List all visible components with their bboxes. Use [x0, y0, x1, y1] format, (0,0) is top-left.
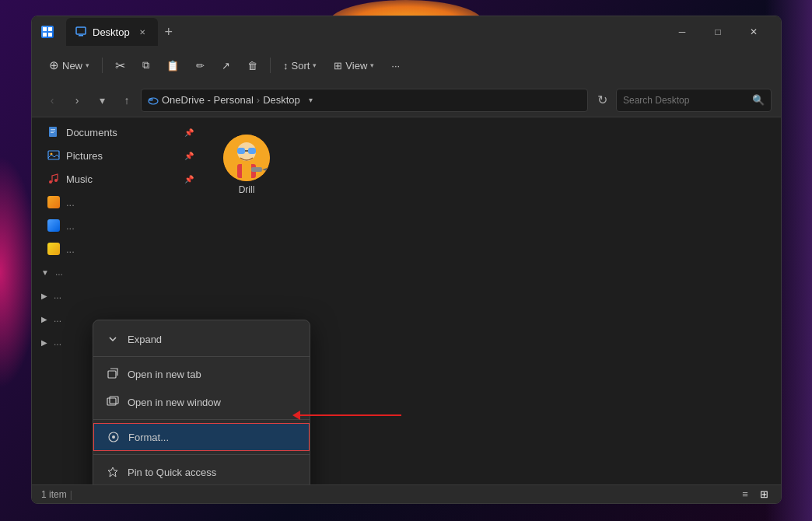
open-new-window-icon — [106, 395, 120, 409]
delete-icon: 🗑 — [247, 60, 257, 72]
sort-icon: ↕ — [283, 60, 289, 72]
new-tab-button[interactable]: + — [158, 21, 180, 43]
tab-desktop[interactable]: Desktop ✕ — [66, 18, 158, 46]
grid-view-button[interactable]: ⊞ — [756, 487, 772, 502]
music-label: Music — [66, 173, 93, 185]
menu-item-open-new-tab[interactable]: Open in new tab — [93, 360, 310, 388]
paste-icon: 📋 — [166, 60, 179, 72]
status-right: ≡ ⊞ — [737, 487, 772, 502]
arrow-line — [300, 414, 401, 416]
menu-item-expand[interactable]: Expand — [93, 325, 310, 353]
pin-icon-3: 📌 — [184, 175, 194, 184]
extra3-label: ... — [66, 243, 75, 255]
sidebar-collapse1[interactable]: ▼ ... — [32, 260, 203, 284]
sidebar-item-extra3[interactable]: ... — [32, 237, 203, 260]
list-view-button[interactable]: ≡ — [737, 487, 753, 502]
sidebar-collapse2[interactable]: ▶ ... — [32, 284, 203, 307]
menu-item-pin-quick[interactable]: Pin to Quick access — [93, 458, 310, 484]
view-label: View — [345, 60, 367, 72]
toolbar-sep2 — [270, 58, 271, 73]
svg-rect-8 — [49, 127, 57, 137]
maximize-button[interactable]: □ — [700, 19, 736, 44]
view-icon: ⊞ — [334, 60, 342, 72]
menu-label-open-new-tab: Open in new tab — [128, 369, 201, 380]
svg-rect-1 — [48, 27, 52, 31]
cut-icon: ✂ — [115, 58, 125, 73]
new-label: New — [62, 60, 82, 72]
sidebar-item-music[interactable]: Music 📌 — [32, 167, 203, 191]
up-button[interactable]: ↑ — [116, 89, 138, 111]
share-button[interactable]: ↗ — [214, 52, 238, 79]
documents-icon — [47, 126, 60, 138]
search-input[interactable] — [623, 95, 749, 106]
svg-rect-23 — [251, 167, 262, 172]
collapse-icon-3: ▶ — [41, 315, 47, 323]
new-icon: ⊕ — [49, 58, 59, 72]
item-count: 1 item — [41, 489, 67, 500]
tab-icon — [75, 26, 86, 37]
address-chevron-icon[interactable]: ▾ — [303, 93, 319, 108]
title-bar: Desktop ✕ + ─ □ ✕ — [32, 16, 781, 47]
rename-icon: ✏ — [196, 60, 205, 72]
extra1-label: ... — [66, 197, 75, 208]
svg-point-29 — [112, 435, 115, 439]
tab-area: Desktop ✕ + — [66, 18, 664, 46]
collapse-label-4: ... — [54, 337, 61, 348]
collapse-icon-2: ▶ — [41, 292, 47, 300]
breadcrumb-part1: OneDrive - Personal — [162, 94, 254, 106]
minimize-button[interactable]: ─ — [664, 19, 700, 44]
svg-rect-19 — [248, 148, 256, 154]
collapse-label-2: ... — [54, 290, 61, 301]
cut-button[interactable]: ✂ — [107, 52, 133, 79]
menu-item-open-new-window[interactable]: Open in new window — [93, 388, 310, 416]
sort-chevron-icon: ▾ — [313, 61, 317, 69]
search-box[interactable]: 🔍 — [616, 89, 772, 112]
format-icon — [107, 430, 121, 444]
svg-rect-4 — [76, 27, 86, 34]
copy-icon: ⧉ — [142, 59, 149, 72]
delete-button[interactable]: 🗑 — [240, 52, 265, 79]
pin-icon: 📌 — [184, 128, 194, 137]
menu-item-format[interactable]: Format... — [93, 423, 310, 451]
sort-button[interactable]: ↕ Sort ▾ — [275, 52, 324, 79]
sidebar-item-extra1[interactable]: ... — [32, 191, 203, 214]
new-chevron-icon: ▾ — [86, 61, 89, 69]
view-button[interactable]: ⊞ View ▾ — [326, 52, 382, 79]
collapse-label-3: ... — [54, 313, 61, 324]
close-button[interactable]: ✕ — [736, 19, 772, 44]
paste-button[interactable]: 📋 — [159, 52, 187, 79]
annotation-arrow — [300, 414, 401, 416]
recent-button[interactable]: ▾ — [91, 89, 113, 111]
svg-rect-3 — [48, 33, 52, 37]
svg-rect-11 — [51, 132, 54, 133]
svg-rect-9 — [51, 129, 55, 130]
breadcrumb-sep: › — [257, 94, 260, 106]
tab-close-button[interactable]: ✕ — [136, 26, 149, 38]
sidebar-item-extra2[interactable]: ... — [32, 214, 203, 237]
pictures-icon — [47, 149, 60, 162]
file-item-drill[interactable]: Drill — [215, 130, 278, 200]
extra2-label: ... — [66, 220, 75, 232]
expand-icon — [106, 332, 120, 346]
more-button[interactable]: ··· — [383, 52, 408, 79]
open-new-tab-icon — [106, 367, 120, 381]
window-controls: ─ □ ✕ — [664, 19, 772, 44]
copy-button[interactable]: ⧉ — [135, 52, 157, 79]
new-button[interactable]: ⊕ New ▾ — [41, 52, 97, 79]
refresh-button[interactable]: ↻ — [591, 89, 613, 111]
status-separator: | — [70, 489, 72, 500]
back-button[interactable]: ‹ — [41, 89, 63, 111]
menu-label-pin-quick: Pin to Quick access — [128, 467, 216, 478]
sidebar-item-pictures[interactable]: Pictures 📌 — [32, 144, 203, 167]
breadcrumb-part2: Desktop — [263, 94, 300, 106]
view-chevron-icon: ▾ — [370, 61, 374, 69]
forward-button[interactable]: › — [66, 89, 88, 111]
address-input[interactable]: OneDrive - Personal › Desktop ▾ — [141, 89, 588, 112]
pin-icon-2: 📌 — [184, 152, 194, 160]
svg-rect-0 — [43, 27, 47, 31]
svg-rect-5 — [79, 35, 83, 37]
menu-sep1 — [93, 356, 310, 357]
collapse-icon-1: ▼ — [41, 268, 49, 277]
sidebar-item-documents[interactable]: Documents 📌 — [32, 121, 203, 144]
rename-button[interactable]: ✏ — [188, 52, 212, 79]
